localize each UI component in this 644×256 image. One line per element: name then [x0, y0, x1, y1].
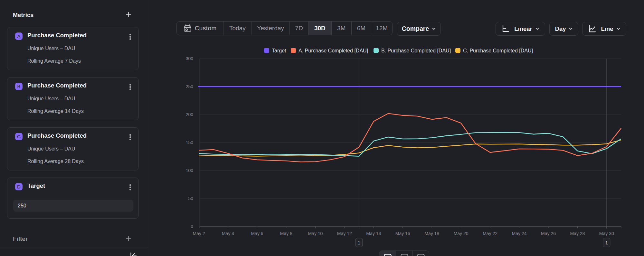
- svg-text:0: 0: [191, 224, 193, 229]
- svg-text:150: 150: [186, 140, 194, 145]
- svg-text:100: 100: [186, 168, 194, 173]
- svg-text:May 4: May 4: [222, 231, 234, 236]
- svg-text:May 20: May 20: [454, 231, 469, 236]
- svg-text:B. Purchase Completed [DAU]: B. Purchase Completed [DAU]: [381, 48, 451, 53]
- svg-text:250: 250: [186, 84, 194, 89]
- svg-text:C. Purchase Completed [DAU]: C. Purchase Completed [DAU]: [463, 48, 533, 53]
- svg-text:50: 50: [188, 196, 193, 201]
- svg-text:May 22: May 22: [483, 231, 497, 236]
- svg-text:300: 300: [186, 56, 194, 61]
- svg-text:May 28: May 28: [570, 231, 585, 236]
- svg-text:May 8: May 8: [280, 231, 292, 236]
- svg-text:May 10: May 10: [308, 231, 323, 236]
- svg-text:May 2: May 2: [193, 231, 205, 236]
- svg-text:May 18: May 18: [424, 231, 439, 236]
- svg-text:A. Purchase Completed [DAU]: A. Purchase Completed [DAU]: [298, 48, 368, 53]
- svg-text:May 16: May 16: [395, 231, 410, 236]
- svg-text:May 26: May 26: [541, 231, 556, 236]
- svg-text:May 14: May 14: [366, 231, 381, 236]
- svg-text:1: 1: [358, 240, 360, 245]
- svg-text:1: 1: [605, 240, 608, 245]
- svg-text:May 12: May 12: [337, 231, 352, 236]
- svg-text:Target: Target: [272, 48, 286, 53]
- svg-text:May 24: May 24: [512, 231, 527, 236]
- svg-text:May 6: May 6: [251, 231, 263, 236]
- svg-text:May 30: May 30: [599, 231, 614, 236]
- svg-text:200: 200: [186, 112, 194, 117]
